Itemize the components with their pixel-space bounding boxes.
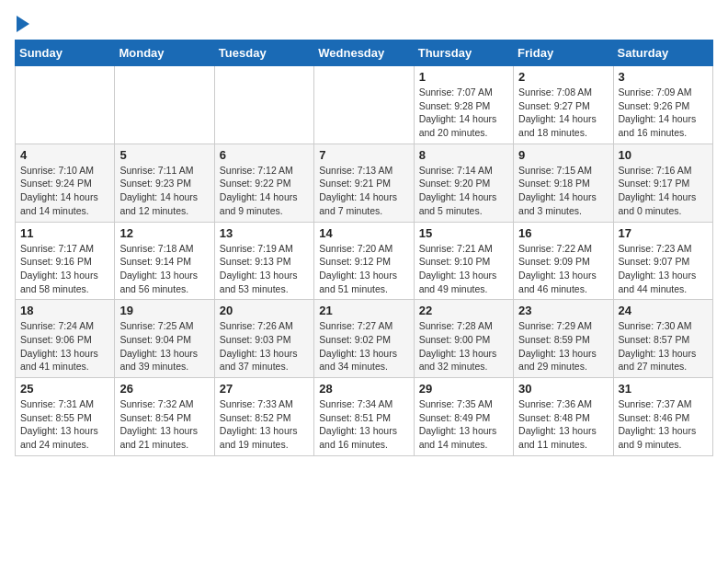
day-number: 28 xyxy=(319,382,408,396)
day-number: 9 xyxy=(518,148,608,162)
calendar-day-cell: 19Sunrise: 7:25 AM Sunset: 9:04 PM Dayli… xyxy=(115,300,214,378)
day-number: 6 xyxy=(220,148,309,162)
calendar-day-cell xyxy=(16,66,115,144)
calendar-day-cell: 14Sunrise: 7:20 AM Sunset: 9:12 PM Dayli… xyxy=(314,222,414,300)
day-number: 16 xyxy=(518,226,608,240)
day-info: Sunrise: 7:22 AM Sunset: 9:09 PM Dayligh… xyxy=(518,242,608,296)
calendar-day-cell: 2Sunrise: 7:08 AM Sunset: 9:27 PM Daylig… xyxy=(514,66,613,144)
logo xyxy=(15,15,29,32)
day-info: Sunrise: 7:31 AM Sunset: 8:55 PM Dayligh… xyxy=(20,397,109,452)
weekday-header-cell: Sunday xyxy=(16,40,115,66)
day-info: Sunrise: 7:08 AM Sunset: 9:27 PM Dayligh… xyxy=(518,86,608,140)
calendar-week-row: 25Sunrise: 7:31 AM Sunset: 8:55 PM Dayli… xyxy=(16,378,713,456)
calendar-day-cell: 9Sunrise: 7:15 AM Sunset: 9:18 PM Daylig… xyxy=(514,144,613,222)
day-number: 4 xyxy=(20,148,109,162)
day-info: Sunrise: 7:13 AM Sunset: 9:21 PM Dayligh… xyxy=(319,164,408,218)
calendar-day-cell: 30Sunrise: 7:36 AM Sunset: 8:48 PM Dayli… xyxy=(514,378,613,456)
calendar-day-cell xyxy=(314,66,414,144)
day-number: 24 xyxy=(619,304,708,317)
calendar-week-row: 11Sunrise: 7:17 AM Sunset: 9:16 PM Dayli… xyxy=(16,222,713,300)
day-info: Sunrise: 7:24 AM Sunset: 9:06 PM Dayligh… xyxy=(20,319,109,373)
weekday-header-row: SundayMondayTuesdayWednesdayThursdayFrid… xyxy=(16,40,713,66)
weekday-header-cell: Tuesday xyxy=(214,40,313,66)
calendar-day-cell: 13Sunrise: 7:19 AM Sunset: 9:13 PM Dayli… xyxy=(214,222,313,300)
day-info: Sunrise: 7:15 AM Sunset: 9:18 PM Dayligh… xyxy=(518,164,608,218)
day-number: 10 xyxy=(619,148,708,162)
day-info: Sunrise: 7:33 AM Sunset: 8:52 PM Dayligh… xyxy=(220,397,309,452)
calendar-day-cell xyxy=(214,66,313,144)
calendar-day-cell: 27Sunrise: 7:33 AM Sunset: 8:52 PM Dayli… xyxy=(214,378,313,456)
weekday-header-cell: Monday xyxy=(115,40,214,66)
day-info: Sunrise: 7:18 AM Sunset: 9:14 PM Dayligh… xyxy=(119,242,209,296)
calendar-table: SundayMondayTuesdayWednesdayThursdayFrid… xyxy=(15,40,713,456)
calendar-day-cell: 4Sunrise: 7:10 AM Sunset: 9:24 PM Daylig… xyxy=(16,144,115,222)
calendar-day-cell: 10Sunrise: 7:16 AM Sunset: 9:17 PM Dayli… xyxy=(613,144,712,222)
calendar-day-cell: 24Sunrise: 7:30 AM Sunset: 8:57 PM Dayli… xyxy=(613,300,712,378)
day-number: 20 xyxy=(220,304,309,317)
calendar-week-row: 4Sunrise: 7:10 AM Sunset: 9:24 PM Daylig… xyxy=(16,144,713,222)
day-info: Sunrise: 7:21 AM Sunset: 9:10 PM Dayligh… xyxy=(419,242,508,296)
calendar-week-row: 1Sunrise: 7:07 AM Sunset: 9:28 PM Daylig… xyxy=(16,66,713,144)
day-info: Sunrise: 7:27 AM Sunset: 9:02 PM Dayligh… xyxy=(319,319,408,373)
day-info: Sunrise: 7:23 AM Sunset: 9:07 PM Dayligh… xyxy=(619,242,708,296)
calendar-day-cell: 1Sunrise: 7:07 AM Sunset: 9:28 PM Daylig… xyxy=(414,66,513,144)
day-info: Sunrise: 7:17 AM Sunset: 9:16 PM Dayligh… xyxy=(20,242,109,296)
day-number: 15 xyxy=(419,226,508,240)
day-info: Sunrise: 7:34 AM Sunset: 8:51 PM Dayligh… xyxy=(319,397,408,452)
day-number: 17 xyxy=(619,226,708,240)
calendar-day-cell: 21Sunrise: 7:27 AM Sunset: 9:02 PM Dayli… xyxy=(314,300,414,378)
day-number: 26 xyxy=(119,382,209,396)
day-number: 3 xyxy=(619,70,708,84)
day-number: 5 xyxy=(119,148,209,162)
day-info: Sunrise: 7:35 AM Sunset: 8:49 PM Dayligh… xyxy=(419,397,508,452)
calendar-day-cell: 11Sunrise: 7:17 AM Sunset: 9:16 PM Dayli… xyxy=(16,222,115,300)
header xyxy=(15,15,713,32)
day-info: Sunrise: 7:11 AM Sunset: 9:23 PM Dayligh… xyxy=(119,164,209,218)
day-info: Sunrise: 7:26 AM Sunset: 9:03 PM Dayligh… xyxy=(220,319,309,373)
day-info: Sunrise: 7:32 AM Sunset: 8:54 PM Dayligh… xyxy=(119,397,209,452)
calendar-day-cell: 22Sunrise: 7:28 AM Sunset: 9:00 PM Dayli… xyxy=(414,300,513,378)
day-info: Sunrise: 7:07 AM Sunset: 9:28 PM Dayligh… xyxy=(419,86,508,140)
weekday-header-cell: Friday xyxy=(514,40,613,66)
day-number: 25 xyxy=(20,382,109,396)
day-number: 14 xyxy=(319,226,408,240)
day-info: Sunrise: 7:20 AM Sunset: 9:12 PM Dayligh… xyxy=(319,242,408,296)
calendar-day-cell: 7Sunrise: 7:13 AM Sunset: 9:21 PM Daylig… xyxy=(314,144,414,222)
calendar-day-cell: 26Sunrise: 7:32 AM Sunset: 8:54 PM Dayli… xyxy=(115,378,214,456)
day-info: Sunrise: 7:37 AM Sunset: 8:46 PM Dayligh… xyxy=(619,397,708,452)
calendar-day-cell: 5Sunrise: 7:11 AM Sunset: 9:23 PM Daylig… xyxy=(115,144,214,222)
day-number: 18 xyxy=(20,304,109,317)
day-number: 29 xyxy=(419,382,508,396)
calendar-header: SundayMondayTuesdayWednesdayThursdayFrid… xyxy=(16,40,713,66)
day-number: 13 xyxy=(220,226,309,240)
day-number: 27 xyxy=(220,382,309,396)
day-info: Sunrise: 7:19 AM Sunset: 9:13 PM Dayligh… xyxy=(220,242,309,296)
weekday-header-cell: Wednesday xyxy=(314,40,414,66)
calendar-day-cell xyxy=(115,66,214,144)
day-info: Sunrise: 7:09 AM Sunset: 9:26 PM Dayligh… xyxy=(619,86,708,140)
calendar-day-cell: 17Sunrise: 7:23 AM Sunset: 9:07 PM Dayli… xyxy=(613,222,712,300)
calendar-day-cell: 20Sunrise: 7:26 AM Sunset: 9:03 PM Dayli… xyxy=(214,300,313,378)
day-number: 22 xyxy=(419,304,508,317)
day-number: 7 xyxy=(319,148,408,162)
day-number: 21 xyxy=(319,304,408,317)
day-number: 30 xyxy=(518,382,608,396)
calendar-day-cell: 16Sunrise: 7:22 AM Sunset: 9:09 PM Dayli… xyxy=(514,222,613,300)
calendar-day-cell: 8Sunrise: 7:14 AM Sunset: 9:20 PM Daylig… xyxy=(414,144,513,222)
day-number: 1 xyxy=(419,70,508,84)
calendar-day-cell: 31Sunrise: 7:37 AM Sunset: 8:46 PM Dayli… xyxy=(613,378,712,456)
day-info: Sunrise: 7:36 AM Sunset: 8:48 PM Dayligh… xyxy=(518,397,608,452)
calendar-day-cell: 18Sunrise: 7:24 AM Sunset: 9:06 PM Dayli… xyxy=(16,300,115,378)
calendar-day-cell: 23Sunrise: 7:29 AM Sunset: 8:59 PM Dayli… xyxy=(514,300,613,378)
calendar-day-cell: 28Sunrise: 7:34 AM Sunset: 8:51 PM Dayli… xyxy=(314,378,414,456)
day-info: Sunrise: 7:16 AM Sunset: 9:17 PM Dayligh… xyxy=(619,164,708,218)
calendar-day-cell: 3Sunrise: 7:09 AM Sunset: 9:26 PM Daylig… xyxy=(613,66,712,144)
day-info: Sunrise: 7:30 AM Sunset: 8:57 PM Dayligh… xyxy=(619,319,708,373)
day-number: 2 xyxy=(518,70,608,84)
day-number: 12 xyxy=(119,226,209,240)
day-info: Sunrise: 7:14 AM Sunset: 9:20 PM Dayligh… xyxy=(419,164,508,218)
day-number: 23 xyxy=(518,304,608,317)
calendar-day-cell: 12Sunrise: 7:18 AM Sunset: 9:14 PM Dayli… xyxy=(115,222,214,300)
calendar-day-cell: 29Sunrise: 7:35 AM Sunset: 8:49 PM Dayli… xyxy=(414,378,513,456)
day-info: Sunrise: 7:12 AM Sunset: 9:22 PM Dayligh… xyxy=(220,164,309,218)
